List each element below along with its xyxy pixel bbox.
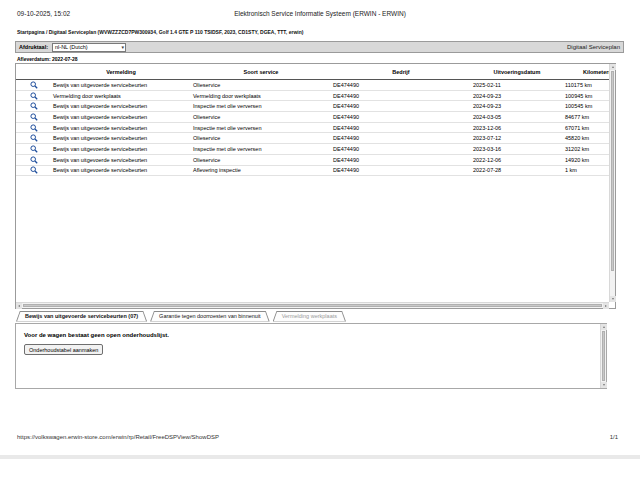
table-vertical-scrollbar[interactable] bbox=[609, 64, 615, 302]
delivery-date-label: Afleverdatum: 2022-07-28 bbox=[17, 56, 78, 62]
cell-bedrijf: DE474490 bbox=[331, 125, 471, 131]
cell-kilometerstand: 14920 km bbox=[563, 157, 609, 163]
cell-bedrijf: DE474490 bbox=[331, 103, 471, 109]
cell-soort-service: Inspectie met olie verversen bbox=[191, 103, 331, 109]
cell-kilometerstand: 1 km bbox=[563, 167, 609, 173]
scroll-left-icon[interactable] bbox=[16, 303, 22, 309]
table-row[interactable]: Bewijs van uitgevoerde servicebeurtenAfl… bbox=[16, 166, 609, 177]
cell-soort-service: Olieservice bbox=[191, 114, 331, 120]
cell-bedrijf: DE474490 bbox=[331, 82, 471, 88]
magnifier-icon[interactable] bbox=[30, 81, 38, 89]
cell-uitvoeringsdatum: 2024-09-23 bbox=[471, 103, 563, 109]
column-header-kilometerstand: Kilometerstand bbox=[563, 69, 609, 75]
row-detail-cell bbox=[16, 145, 51, 153]
scroll-down-icon[interactable] bbox=[610, 296, 616, 302]
table-header-row: Vermelding Soort service Bedrijf Uitvoer… bbox=[16, 64, 609, 80]
cell-soort-service: Inspectie met olie verversen bbox=[191, 125, 331, 131]
row-detail-cell bbox=[16, 134, 51, 142]
cell-uitvoeringsdatum: 2023-07-12 bbox=[471, 135, 563, 141]
row-detail-cell bbox=[16, 113, 51, 121]
cell-soort-service: Inspectie met olie verversen bbox=[191, 146, 331, 152]
cell-vermelding: Bewijs van uitgevoerde servicebeurten bbox=[51, 167, 191, 173]
column-header-vermelding: Vermelding bbox=[51, 69, 191, 75]
cell-kilometerstand: 45820 km bbox=[563, 135, 609, 141]
magnifier-icon[interactable] bbox=[30, 145, 38, 153]
maintenance-panel: Voor de wagen bestaat geen open onderhou… bbox=[15, 323, 607, 389]
tab-2[interactable]: Garantie tegen doorroesten van binnenuit bbox=[150, 311, 270, 322]
magnifier-icon[interactable] bbox=[30, 134, 38, 142]
cell-uitvoeringsdatum: 2023-03-16 bbox=[471, 146, 563, 152]
print-language-select[interactable]: nl-NL (Dutch) ▾ bbox=[52, 43, 126, 52]
cell-bedrijf: DE474490 bbox=[331, 93, 471, 99]
vertical-scroll-thumb[interactable] bbox=[611, 71, 614, 271]
row-detail-cell bbox=[16, 156, 51, 164]
create-maintenance-table-button[interactable]: Onderhoudstabel aanmaken bbox=[24, 344, 103, 355]
table-row[interactable]: Bewijs van uitgevoerde servicebeurtenOli… bbox=[16, 133, 609, 144]
cell-uitvoeringsdatum: 2024-09-23 bbox=[471, 93, 563, 99]
table-row[interactable]: Bewijs van uitgevoerde servicebeurtenOli… bbox=[16, 80, 609, 91]
no-open-maintenance-message: Voor de wagen bestaat geen open onderhou… bbox=[24, 332, 169, 338]
tab-label: Garantie tegen doorroesten van binnenuit bbox=[150, 311, 270, 322]
service-history-table: Vermelding Soort service Bedrijf Uitvoer… bbox=[15, 63, 616, 309]
column-header-soort-service: Soort service bbox=[191, 69, 331, 75]
cell-soort-service: Aflevering inspectie bbox=[191, 167, 331, 173]
cell-bedrijf: DE474490 bbox=[331, 146, 471, 152]
cell-uitvoeringsdatum: 2024-03-05 bbox=[471, 114, 563, 120]
table-row[interactable]: Bewijs van uitgevoerde servicebeurtenIns… bbox=[16, 101, 609, 112]
footer-url: https://volkswagen.erwin-store.com/erwin… bbox=[17, 434, 219, 440]
cell-bedrijf: DE474490 bbox=[331, 167, 471, 173]
cell-kilometerstand: 100945 km bbox=[563, 93, 609, 99]
scroll-up-icon[interactable] bbox=[601, 324, 607, 330]
horizontal-scroll-thumb[interactable] bbox=[23, 304, 602, 307]
column-header-bedrijf: Bedrijf bbox=[331, 69, 471, 75]
row-detail-cell bbox=[16, 81, 51, 89]
magnifier-icon[interactable] bbox=[30, 102, 38, 110]
cell-soort-service: Vermelding door werkplaats bbox=[191, 93, 331, 99]
scroll-down-icon[interactable] bbox=[601, 382, 607, 388]
breadcrumb[interactable]: Startpagina / Digitaal Serviceplan (WVWZ… bbox=[17, 29, 303, 35]
cell-vermelding: Bewijs van uitgevoerde servicebeurten bbox=[51, 146, 191, 152]
magnifier-icon[interactable] bbox=[30, 113, 38, 121]
cell-uitvoeringsdatum: 2023-12-06 bbox=[471, 125, 563, 131]
print-language-value: nl-NL (Dutch) bbox=[55, 44, 88, 50]
row-detail-cell bbox=[16, 166, 51, 174]
tab-label: Vermelding werkplaats bbox=[273, 311, 346, 322]
table-row[interactable]: Bewijs van uitgevoerde servicebeurtenOli… bbox=[16, 112, 609, 123]
footer-page-number: 1/1 bbox=[610, 434, 618, 440]
magnifier-icon[interactable] bbox=[30, 166, 38, 174]
table-row[interactable]: Bewijs van uitgevoerde servicebeurtenOli… bbox=[16, 155, 609, 166]
cell-bedrijf: DE474490 bbox=[331, 135, 471, 141]
magnifier-icon[interactable] bbox=[30, 92, 38, 100]
row-detail-cell bbox=[16, 92, 51, 100]
print-preview-page: 09-10-2025, 15:02 Elektronisch Service I… bbox=[0, 0, 640, 480]
table-row[interactable]: Vermelding door werkplaatsVermelding doo… bbox=[16, 91, 609, 102]
row-detail-cell bbox=[16, 124, 51, 132]
cell-vermelding: Bewijs van uitgevoerde servicebeurten bbox=[51, 125, 191, 131]
tab-1[interactable]: Bewijs van uitgevoerde servicebeurten (0… bbox=[16, 311, 147, 322]
cell-soort-service: Olieservice bbox=[191, 135, 331, 141]
magnifier-icon[interactable] bbox=[30, 156, 38, 164]
cell-kilometerstand: 31202 km bbox=[563, 146, 609, 152]
tab-label: Bewijs van uitgevoerde servicebeurten (0… bbox=[16, 311, 147, 322]
cell-soort-service: Olieservice bbox=[191, 157, 331, 163]
panel-vertical-scrollbar[interactable] bbox=[600, 324, 606, 388]
cell-vermelding: Bewijs van uitgevoerde servicebeurten bbox=[51, 114, 191, 120]
cell-kilometerstand: 100545 km bbox=[563, 103, 609, 109]
vertical-scroll-thumb[interactable] bbox=[602, 331, 605, 381]
cell-kilometerstand: 110175 km bbox=[563, 82, 609, 88]
bottom-divider bbox=[0, 455, 640, 459]
scroll-right-icon[interactable] bbox=[603, 303, 609, 309]
cell-vermelding: Vermelding door werkplaats bbox=[51, 93, 191, 99]
table-row[interactable]: Bewijs van uitgevoerde servicebeurtenIns… bbox=[16, 123, 609, 134]
cell-bedrijf: DE474490 bbox=[331, 157, 471, 163]
table-viewport: Vermelding Soort service Bedrijf Uitvoer… bbox=[16, 64, 609, 302]
column-header-uitvoeringsdatum: Uitvoeringsdatum bbox=[471, 69, 563, 75]
magnifier-icon[interactable] bbox=[30, 124, 38, 132]
table-row[interactable]: Bewijs van uitgevoerde servicebeurtenIns… bbox=[16, 144, 609, 155]
cell-kilometerstand: 67071 km bbox=[563, 125, 609, 131]
table-horizontal-scrollbar[interactable] bbox=[16, 302, 609, 308]
maintenance-panel-viewport: Voor de wagen bestaat geen open onderhou… bbox=[16, 324, 600, 388]
tab-strip: Bewijs van uitgevoerde servicebeurten (0… bbox=[16, 311, 346, 322]
cell-uitvoeringsdatum: 2025-02-11 bbox=[471, 82, 563, 88]
scroll-up-icon[interactable] bbox=[610, 64, 616, 70]
